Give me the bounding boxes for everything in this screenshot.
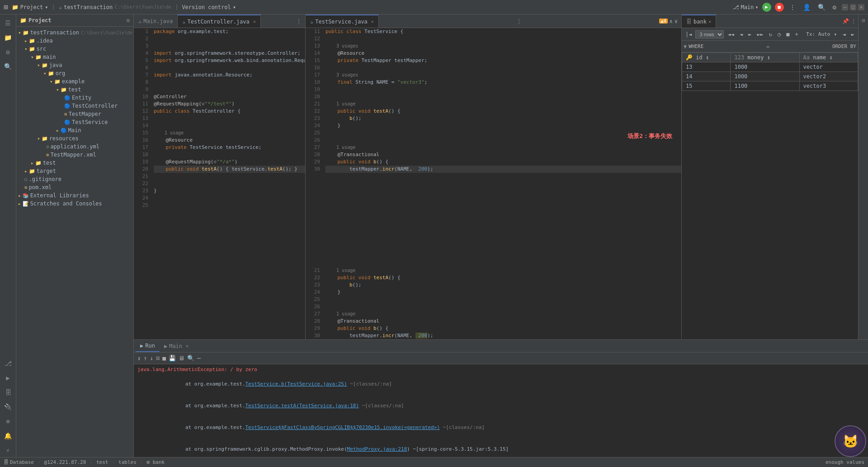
db-clock[interactable]: ◷ xyxy=(776,30,783,38)
tree-item-test-pkg[interactable]: ▾ 📁 test xyxy=(16,86,133,94)
settings-icon[interactable]: ⚙ xyxy=(831,3,838,12)
console-screen-icon[interactable]: 🖥 xyxy=(179,355,184,362)
sidebar-icon-menu[interactable]: ☰ xyxy=(1,16,15,30)
version-control[interactable]: Version control ▾ xyxy=(182,4,236,10)
tree-item-gitignore[interactable]: ◻ .gitignore xyxy=(16,175,133,183)
db-nav-next[interactable]: ► xyxy=(746,30,753,38)
db-panel-more[interactable]: ⋮ xyxy=(851,18,856,24)
right-sidebar-icon-m[interactable]: m xyxy=(859,16,868,25)
status-database[interactable]: 🗄 Database xyxy=(4,459,34,465)
app-menu-icon[interactable]: ⊞ xyxy=(4,3,8,11)
sidebar-icon-project[interactable]: 📁 xyxy=(1,31,15,44)
tree-item-scratches[interactable]: ▸ 📝 Scratches and Consoles xyxy=(16,200,133,208)
maximize-button[interactable]: □ xyxy=(850,4,856,10)
tab-testcontroller-java[interactable]: ☕ TestController.java ✕ xyxy=(178,14,261,28)
sidebar-icon-git2[interactable]: ⚡ xyxy=(1,443,15,457)
table-row[interactable]: 14 1000 vector2 xyxy=(682,72,858,81)
tree-item-testservice[interactable]: 🔵 TestService xyxy=(16,118,133,126)
tree-item-resources[interactable]: ▾ 📁 resources xyxy=(16,134,133,143)
tab-testcontroller-close[interactable]: ✕ xyxy=(253,19,256,24)
right-code-area[interactable]: 1112131415 1617181920 2122232425 2627282… xyxy=(306,28,681,267)
tree-item-entity[interactable]: 🔵 Entity xyxy=(16,94,133,102)
col-header-id[interactable]: 🔑 id ↕ xyxy=(682,53,731,62)
console-filter-icon[interactable]: ⊡ xyxy=(156,355,160,362)
tree-item-main-class[interactable]: ▸ 🔵 Main xyxy=(16,126,133,134)
tree-item-target[interactable]: ▸ 📁 target xyxy=(16,167,133,175)
sidebar-icon-search[interactable]: 🔍 xyxy=(1,60,15,73)
db-tab-bank[interactable]: 🗄 bank ✕ xyxy=(682,14,716,28)
tree-item-main[interactable]: ▾ 📁 main xyxy=(16,53,133,61)
console-stop-icon[interactable]: ■ xyxy=(162,355,166,362)
warn-nav-up[interactable]: ∧ xyxy=(670,18,673,24)
db-add[interactable]: + xyxy=(793,30,800,38)
db-panel-pin[interactable]: 📌 xyxy=(842,18,849,24)
bottom-tab-run[interactable]: ▶ Run xyxy=(136,340,160,352)
db-nav-prev[interactable]: ◄ xyxy=(738,30,745,38)
status-table-name[interactable]: ⊞ bank xyxy=(146,459,165,465)
tree-item-idea[interactable]: ▸ 📁 .idea xyxy=(16,37,133,45)
tree-item-example[interactable]: ▾ 📁 example xyxy=(16,77,133,86)
col-header-name[interactable]: Aa name ↕ xyxy=(799,53,858,62)
tree-item-org[interactable]: ▾ 📁 org xyxy=(16,69,133,77)
console-scroll-icon[interactable]: ↕ xyxy=(137,355,141,362)
console-output[interactable]: java.lang.ArithmeticException: / by zero… xyxy=(134,364,868,457)
bottom-tab-main[interactable]: ▶ Main ✕ xyxy=(160,340,193,352)
tree-item-root[interactable]: ▾ 📁 testTransaction C:\Users\YuanJie\de xyxy=(16,29,133,37)
table-row[interactable]: 13 1000 vector xyxy=(682,62,858,72)
table-row[interactable]: 15 1100 vector3 xyxy=(682,81,858,91)
link-methodproxy[interactable]: MethodProxy.java:218 xyxy=(347,446,407,452)
search-icon[interactable]: 🔍 xyxy=(816,3,827,12)
tab-testservice-java[interactable]: ☕ TestService.java ✕ xyxy=(306,14,379,28)
project-title[interactable]: 📁 Project ▾ xyxy=(12,4,48,10)
tree-item-pom-xml[interactable]: ≋ pom.xml xyxy=(16,183,133,191)
project-dropdown[interactable]: ▾ xyxy=(45,4,48,10)
right-tab-menu[interactable]: ⋮ xyxy=(513,18,525,24)
sidebar-icon-terminal[interactable]: ⊕ xyxy=(1,415,15,428)
left-code-area[interactable]: 12345 678910 1112131415 1617181920 21222… xyxy=(134,28,305,339)
stop-button[interactable]: ■ xyxy=(775,3,784,12)
sidebar-icon-git[interactable]: ⎇ xyxy=(1,357,15,370)
tab-testservice-close[interactable]: ✕ xyxy=(371,19,374,24)
left-tab-menu[interactable]: ⋮ xyxy=(292,18,305,24)
tree-item-testcontroller[interactable]: 🔵 TestController xyxy=(16,102,133,110)
tree-item-test-folder[interactable]: ▸ 📁 test xyxy=(16,159,133,167)
minimize-button[interactable]: — xyxy=(842,4,848,10)
branch-selector[interactable]: ⎇ Main ▾ xyxy=(733,4,758,10)
link-testservice-fast[interactable]: TestService$$FastClassBySpringCGLIB$$702… xyxy=(245,424,439,430)
db-menu-next[interactable]: ► xyxy=(849,30,856,38)
db-nav-first[interactable]: |◄ xyxy=(684,30,693,38)
run-button[interactable]: ▶ xyxy=(762,3,771,12)
tree-item-testmapper[interactable]: ≋ TestMapper xyxy=(16,110,133,118)
sidebar-icon-plugins[interactable]: 🔌 xyxy=(1,400,15,414)
warn-nav-down[interactable]: ∨ xyxy=(675,18,678,24)
db-nav-next2[interactable]: ►► xyxy=(755,30,765,38)
link-testservice-b[interactable]: TestService.b(TestService.java:25) xyxy=(245,381,347,387)
console-down-icon[interactable]: ↓ xyxy=(150,355,154,362)
user-icon[interactable]: 👤 xyxy=(801,3,812,12)
more-button[interactable]: ⋮ xyxy=(788,3,797,12)
db-refresh[interactable]: ↻ xyxy=(767,30,774,38)
db-stop[interactable]: ■ xyxy=(784,30,791,38)
link-testservice-testa[interactable]: TestService.testA(TestService.java:18) xyxy=(245,403,359,409)
console-up-icon[interactable]: ↑ xyxy=(144,355,147,362)
console-more-icon[interactable]: ⋯ xyxy=(197,355,201,362)
status-schema[interactable]: test xyxy=(96,459,108,465)
tree-item-application-yml[interactable]: ⚙ application.yml xyxy=(16,143,133,151)
db-rows-select[interactable]: 3 rows xyxy=(695,30,724,38)
sidebar-icon-notifications[interactable]: 🔔 xyxy=(1,429,15,443)
tree-item-testmapper-xml[interactable]: ≋ TestMapper.xml xyxy=(16,151,133,159)
sidebar-icon-structure[interactable]: ⚙ xyxy=(1,45,15,59)
db-tx-dropdown[interactable]: ▾ xyxy=(832,30,839,38)
main-tab-close[interactable]: ✕ xyxy=(186,343,189,348)
tree-item-java[interactable]: ▾ 📁 java xyxy=(16,61,133,69)
tree-item-src[interactable]: ▾ 📁 src xyxy=(16,45,133,53)
status-tables[interactable]: tables xyxy=(118,459,137,465)
console-search-icon[interactable]: 🔍 xyxy=(187,355,194,362)
tree-item-external-libs[interactable]: ▸ 📚 External Libraries xyxy=(16,191,133,200)
col-header-money[interactable]: 123 money ↕ xyxy=(731,53,799,62)
db-nav-prev2[interactable]: ◄◄ xyxy=(726,30,736,38)
close-button[interactable]: ✕ xyxy=(858,4,864,10)
db-table-container[interactable]: 🔑 id ↕ 123 money ↕ Aa name ↕ xyxy=(682,52,858,339)
sidebar-icon-run[interactable]: ▶ xyxy=(1,371,15,385)
console-save-icon[interactable]: 💾 xyxy=(169,355,176,362)
